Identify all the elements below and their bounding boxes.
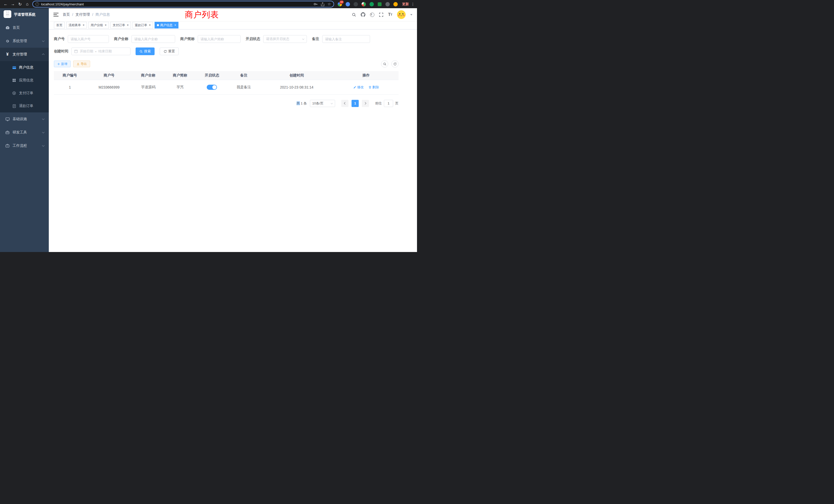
app-logo [4, 10, 11, 19]
font-size-icon[interactable]: TT [388, 12, 392, 17]
extension-icon-orange-face[interactable] [392, 1, 398, 7]
sidebar-item-system[interactable]: 系统管理 [0, 35, 49, 48]
short-name-input[interactable] [198, 35, 241, 43]
sidebar-item-pay-orders[interactable]: 支付订单 [0, 87, 49, 99]
github-icon[interactable] [361, 12, 366, 17]
cell-status [196, 80, 228, 94]
short-name-label: 商户简称 [180, 37, 195, 41]
extension-icon-green-square[interactable] [376, 1, 382, 7]
delete-button[interactable]: 删除 [369, 85, 379, 90]
sidebar-item-label: 应用信息 [19, 78, 34, 83]
site-info-icon[interactable]: i [36, 2, 39, 6]
browser-toolbar: ← → ↻ ⌂ i localhost:1024/pay/merchant ☆ … [0, 0, 417, 8]
sidebar-item-app-info[interactable]: 应用信息 [0, 74, 49, 87]
tab-merchant-info[interactable]: 商户信息 × [155, 22, 178, 28]
export-button[interactable]: 导出 [73, 61, 90, 67]
close-icon[interactable]: × [174, 24, 176, 27]
fullscreen-icon[interactable] [379, 13, 383, 17]
extension-icon-mixed[interactable] [360, 1, 367, 7]
prev-page-button[interactable] [341, 100, 348, 107]
address-bar[interactable]: i localhost:1024/pay/merchant ☆ [32, 1, 334, 7]
browser-window: ← → ↻ ⌂ i localhost:1024/pay/merchant ☆ … [0, 0, 417, 252]
forward-icon[interactable]: → [9, 2, 17, 6]
close-icon[interactable]: × [83, 24, 85, 27]
merchant-no-input[interactable] [68, 35, 109, 43]
tab-user-group[interactable]: 用户分组 × [88, 22, 109, 28]
sidebar-item-home[interactable]: 首页 [0, 21, 49, 35]
extension-icon-dark[interactable] [353, 1, 359, 7]
cell-id: 1 [54, 80, 86, 94]
tab-home[interactable]: 首页 [54, 22, 65, 28]
url-text[interactable]: localhost:1024/pay/merchant [41, 2, 311, 6]
sidebar-item-infrastructure[interactable]: 基础设施 [0, 112, 49, 126]
bookmark-star-icon[interactable]: ☆ [328, 2, 331, 6]
sidebar-item-label: 系统管理 [13, 39, 27, 43]
back-icon[interactable]: ← [2, 2, 9, 6]
next-page-button[interactable] [362, 100, 369, 107]
card-icon [12, 65, 17, 70]
tags-view-bar: 首页 流程表单 × 用户分组 × 支付订单 × 退款订单 × [49, 21, 417, 29]
home-icon[interactable]: ⌂ [24, 2, 31, 6]
avatar[interactable] [397, 10, 406, 19]
search-icon[interactable] [352, 13, 356, 17]
extension-icon-puzzle[interactable] [385, 1, 391, 7]
extension-icon-green-circle[interactable] [369, 1, 375, 7]
hamburger-icon[interactable] [53, 12, 59, 18]
chevron-down-icon [42, 131, 45, 134]
full-name-input[interactable] [131, 35, 175, 43]
password-key-icon[interactable] [313, 2, 317, 6]
sidebar-item-label: 商户信息 [19, 65, 34, 70]
end-date-placeholder: 结束日期 [98, 49, 112, 54]
yen-icon: ¥ [5, 52, 10, 56]
page-size-select[interactable]: 10条/页 [310, 100, 335, 107]
monitor-icon [5, 117, 10, 121]
show-search-toggle-button[interactable] [381, 60, 388, 68]
breadcrumb-home[interactable]: 首页 [63, 12, 70, 17]
document-icon [12, 104, 17, 108]
update-button[interactable]: 更新 [402, 2, 409, 6]
sidebar-item-dev-tools[interactable]: 研发工具 [0, 126, 49, 139]
sidebar-item-merchant-info[interactable]: 商户信息 [0, 61, 49, 74]
reload-icon[interactable]: ↻ [17, 2, 24, 7]
status-select[interactable]: 请选择开启状态 [263, 35, 307, 43]
cell-create-time: 2021-10-23 08:31:14 [260, 80, 334, 94]
app-logo-row[interactable]: 芋道管理系统 [0, 8, 49, 21]
browser-menu-icon[interactable]: ⋮ [411, 2, 415, 6]
remark-label: 备注 [312, 37, 319, 41]
tab-process-form[interactable]: 流程表单 × [66, 22, 87, 28]
goto-page-input[interactable] [384, 100, 393, 107]
sidebar-item-workflow[interactable]: 工作流程 [0, 139, 49, 153]
extension-icon-blue[interactable] [345, 1, 351, 7]
caret-down-icon[interactable] [410, 14, 412, 16]
sidebar-item-refund-orders[interactable]: 退款订单 [0, 99, 49, 112]
remark-input[interactable] [322, 35, 370, 43]
breadcrumb: 首页 / 支付管理 / 商户信息 [63, 12, 110, 17]
share-icon[interactable] [321, 2, 325, 6]
refresh-button[interactable] [391, 60, 398, 68]
sidebar-item-label: 支付订单 [19, 91, 34, 95]
help-icon[interactable]: ? [370, 13, 374, 17]
sidebar-item-payment[interactable]: ¥ 支付管理 [0, 48, 49, 61]
chevron-down-icon [42, 40, 45, 42]
reset-button[interactable]: 重置 [160, 47, 179, 55]
add-button[interactable]: 新增 [54, 61, 71, 67]
close-icon[interactable]: × [127, 24, 129, 27]
breadcrumb-payment[interactable]: 支付管理 [75, 12, 90, 17]
edit-button[interactable]: 修改 [353, 85, 364, 90]
sidebar-item-label: 首页 [13, 25, 20, 30]
page-number-button[interactable]: 1 [352, 100, 359, 107]
tab-pay-orders[interactable]: 支付订单 × [110, 22, 131, 28]
merchant-no-label: 商户号 [54, 37, 65, 41]
search-button[interactable]: 搜索 [136, 47, 155, 55]
col-header: 操作 [334, 71, 398, 80]
create-time-range-picker[interactable]: 开始日期 - 结束日期 [71, 47, 130, 55]
page-jumper: 前往 页 [375, 100, 398, 107]
tab-refund-orders[interactable]: 退款订单 × [132, 22, 153, 28]
start-date-placeholder: 开始日期 [80, 49, 93, 54]
breadcrumb-merchant-info: 商户信息 [95, 12, 110, 17]
close-icon[interactable]: × [149, 24, 151, 27]
status-toggle[interactable] [207, 85, 217, 90]
close-icon[interactable]: × [105, 24, 107, 27]
col-header: 商户编号 [54, 71, 86, 80]
extension-icon-colorful[interactable]: 10 [337, 1, 343, 7]
